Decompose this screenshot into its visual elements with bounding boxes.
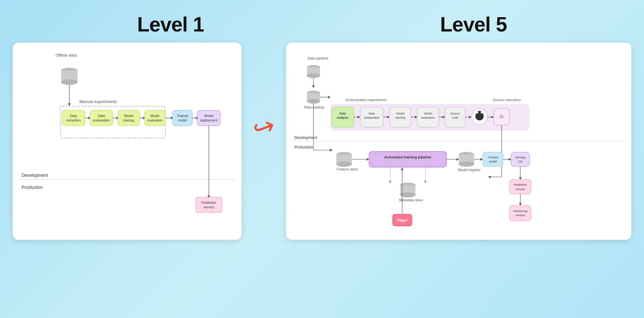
svg-text:service: service — [516, 214, 525, 217]
svg-text:preparation: preparation — [93, 118, 110, 122]
level1-title: Level 1 — [137, 13, 204, 36]
svg-text:extraction: extraction — [66, 118, 81, 122]
level5-title: Level 5 — [440, 13, 507, 36]
offline-data-label: Offline data — [56, 53, 77, 58]
svg-text:Data: Data — [98, 114, 105, 118]
svg-rect-101 — [511, 152, 530, 167]
svg-text:code: code — [452, 116, 458, 119]
svg-rect-14 — [118, 110, 140, 126]
svg-text:Data: Data — [70, 114, 77, 118]
svg-text:CI: CI — [500, 115, 503, 119]
svg-text:evaluation: evaluation — [147, 118, 162, 122]
svg-text:Data catalog: Data catalog — [304, 105, 324, 109]
svg-text:Data: Data — [339, 112, 346, 115]
svg-text:Model: Model — [396, 112, 405, 115]
svg-text:Metadata store: Metadata store — [399, 198, 423, 202]
svg-point-43 — [307, 99, 320, 104]
svg-text:Trained: Trained — [177, 114, 188, 118]
svg-point-74 — [481, 112, 483, 114]
svg-point-114 — [400, 192, 416, 197]
svg-rect-97 — [483, 152, 503, 167]
svg-rect-26 — [197, 110, 220, 126]
svg-rect-109 — [510, 205, 531, 221]
svg-text:evaluation: evaluation — [421, 116, 435, 119]
svg-text:Source repository: Source repository — [493, 98, 521, 102]
svg-rect-18 — [145, 110, 165, 126]
svg-text:analysis: analysis — [337, 116, 348, 119]
svg-text:Automated training pipeline: Automated training pipeline — [384, 155, 431, 159]
svg-rect-22 — [173, 110, 192, 126]
svg-text:Source: Source — [450, 112, 460, 115]
svg-text:Production: Production — [22, 185, 43, 190]
svg-text:Manual experiments: Manual experiments — [79, 99, 117, 104]
svg-text:Feature store: Feature store — [337, 167, 358, 171]
svg-text:Development: Development — [22, 173, 48, 178]
svg-text:Orchestrated experiments: Orchestrated experiments — [346, 98, 387, 102]
svg-point-86 — [336, 162, 352, 167]
svg-text:Model registry: Model registry — [458, 168, 481, 172]
svg-text:Prediction: Prediction — [202, 201, 216, 204]
svg-text:Serving: Serving — [515, 156, 525, 159]
svg-text:service: service — [203, 205, 214, 209]
svg-text:CD: CD — [518, 160, 523, 163]
svg-text:model: model — [178, 118, 187, 122]
svg-point-39 — [307, 73, 320, 78]
svg-text:training: training — [123, 118, 134, 122]
svg-text:Production: Production — [294, 145, 313, 149]
svg-rect-33 — [196, 197, 222, 212]
svg-rect-10 — [90, 110, 113, 126]
svg-text:Trigger: Trigger — [397, 218, 408, 222]
svg-rect-6 — [62, 110, 85, 126]
svg-text:deployment: deployment — [200, 118, 217, 122]
svg-text:Model: Model — [124, 114, 134, 118]
transition-arrow: ↩ — [251, 113, 277, 142]
level1-diagram: Offline data Manual experiments Data ext… — [13, 43, 242, 240]
svg-point-73 — [476, 112, 478, 114]
svg-rect-105 — [510, 180, 531, 194]
svg-text:Model: Model — [150, 114, 160, 118]
svg-text:Data pipeline: Data pipeline — [307, 56, 328, 60]
svg-text:Prediction: Prediction — [514, 183, 527, 186]
svg-text:training: training — [395, 116, 405, 119]
svg-text:Model: Model — [424, 112, 432, 115]
svg-text:Development: Development — [294, 135, 317, 140]
svg-point-94 — [459, 162, 474, 167]
svg-rect-89 — [369, 152, 446, 167]
svg-point-2 — [61, 79, 78, 85]
svg-text:model: model — [489, 160, 497, 163]
svg-text:Data: Data — [369, 112, 375, 115]
svg-text:Model: Model — [204, 114, 214, 118]
svg-text:Monitoring: Monitoring — [513, 210, 527, 213]
svg-text:Trained: Trained — [488, 156, 498, 159]
level5-diagram: Data pipeline Data catalog Orchestrated … — [286, 43, 631, 240]
svg-text:service: service — [516, 188, 525, 191]
svg-text:preparation: preparation — [364, 116, 379, 119]
